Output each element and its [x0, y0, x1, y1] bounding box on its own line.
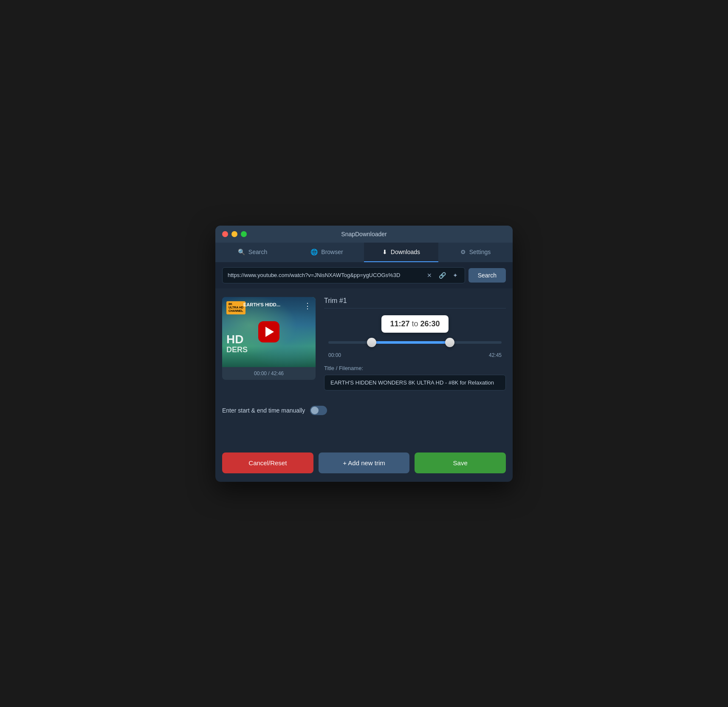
tab-downloads-label: Downloads	[391, 249, 420, 255]
video-thumbnail: 8KULTRA HDCHANNEL EARTH'S HIDD... ⋮ HD D…	[222, 297, 316, 367]
filename-input[interactable]	[324, 375, 506, 390]
tab-settings[interactable]: ⚙ Settings	[438, 243, 513, 262]
close-button[interactable]	[222, 231, 228, 237]
search-tab-icon: 🔍	[238, 249, 245, 255]
cancel-reset-button[interactable]: Cancel/Reset	[222, 452, 313, 473]
tab-search-label: Search	[248, 249, 267, 255]
tab-downloads[interactable]: ⬇ Downloads	[364, 243, 438, 262]
slider-fill	[372, 341, 450, 344]
browser-tab-icon: 🌐	[310, 249, 318, 255]
filename-label: Title / Filename:	[324, 365, 506, 371]
title-bar: SnapDownloader	[215, 226, 513, 243]
play-button[interactable]	[258, 321, 279, 342]
trim-to-label: to	[412, 320, 420, 328]
clear-url-button[interactable]: ✕	[425, 271, 434, 280]
manual-toggle-label: Enter start & end time manually	[222, 407, 305, 414]
play-icon	[265, 327, 274, 337]
slider-thumb-left[interactable]	[367, 338, 376, 347]
url-bar: ✕ 🔗 ✦ Search	[215, 262, 513, 288]
settings-tab-icon: ⚙	[460, 249, 466, 255]
thumbnail-section: 8KULTRA HDCHANNEL EARTH'S HIDD... ⋮ HD D…	[222, 297, 316, 390]
trim-section: Trim #1 11:27 to 26:30 00:00 42:45 Titl	[324, 297, 506, 390]
traffic-lights	[222, 231, 247, 237]
tab-browser[interactable]: 🌐 Browser	[290, 243, 364, 262]
manual-toggle-row: Enter start & end time manually	[215, 399, 513, 419]
toggle-knob	[311, 407, 319, 414]
filename-section: Title / Filename:	[324, 365, 506, 390]
video-quality-badge: 8KULTRA HDCHANNEL	[226, 301, 245, 314]
trim-slider[interactable]: 00:00 42:45	[328, 341, 502, 358]
slider-track	[328, 341, 502, 344]
thumbnail-overlay: HD DERS	[226, 334, 248, 354]
paste-url-button[interactable]: 🔗	[437, 271, 448, 280]
trim-start-time: 11:27	[390, 320, 409, 328]
main-content: 8KULTRA HDCHANNEL EARTH'S HIDD... ⋮ HD D…	[215, 288, 513, 399]
downloads-tab-icon: ⬇	[382, 249, 387, 255]
window-title: SnapDownloader	[341, 231, 387, 238]
tab-search[interactable]: 🔍 Search	[215, 243, 290, 262]
bottom-bar: Cancel/Reset + Add new trim Save	[215, 444, 513, 482]
tab-bar: 🔍 Search 🌐 Browser ⬇ Downloads ⚙ Setting…	[215, 243, 513, 262]
slider-max-label: 42:45	[489, 352, 502, 358]
trim-title: Trim #1	[324, 297, 506, 308]
manual-toggle-switch[interactable]	[310, 406, 327, 415]
maximize-button[interactable]	[241, 231, 247, 237]
trim-range-display: 11:27 to 26:30	[381, 315, 448, 333]
add-trim-button[interactable]: + Add new trim	[319, 452, 410, 473]
minimize-button[interactable]	[231, 231, 237, 237]
search-button[interactable]: Search	[468, 268, 506, 283]
slider-thumb-right[interactable]	[445, 338, 454, 347]
slider-min-label: 00:00	[328, 352, 341, 358]
url-input-wrapper: ✕ 🔗 ✦	[222, 267, 465, 283]
app-window: SnapDownloader 🔍 Search 🌐 Browser ⬇ Down…	[215, 226, 513, 482]
video-duration: 00:00 / 42:46	[222, 367, 316, 380]
url-input[interactable]	[228, 272, 422, 278]
save-button[interactable]: Save	[415, 452, 506, 473]
trim-end-time: 26:30	[420, 320, 440, 328]
slider-labels: 00:00 42:45	[328, 352, 502, 358]
video-more-button[interactable]: ⋮	[304, 301, 311, 311]
tab-settings-label: Settings	[469, 249, 491, 255]
magic-button[interactable]: ✦	[451, 271, 460, 280]
tab-browser-label: Browser	[321, 249, 343, 255]
thumbnail-title: EARTH'S HIDD...	[243, 302, 280, 307]
